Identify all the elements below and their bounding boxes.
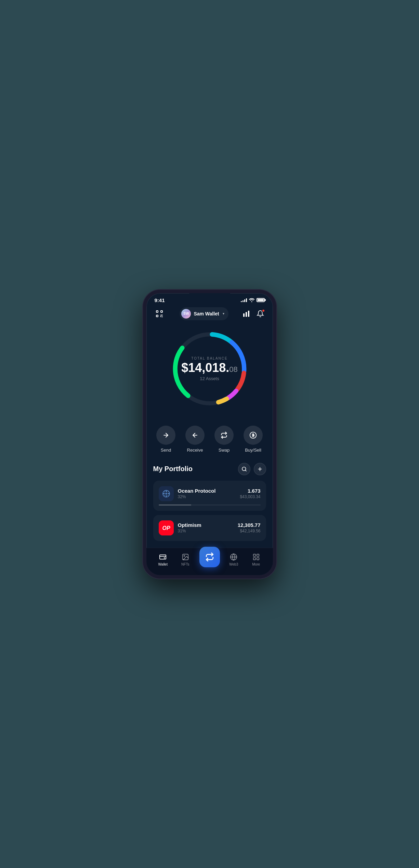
wifi-icon — [249, 298, 254, 302]
nav-nfts[interactable]: NFTs — [174, 553, 197, 566]
balance-inner: TOTAL BALANCE $14,018.08 12 Assets — [181, 357, 238, 381]
action-buttons: Send Receive — [146, 420, 273, 459]
svg-rect-1 — [161, 311, 162, 312]
wallet-selector[interactable]: SW Sam Wallet ▾ — [180, 307, 228, 320]
svg-rect-46 — [257, 554, 259, 556]
nav-web3-label: Web3 — [229, 562, 238, 566]
receive-label: Receive — [187, 448, 203, 453]
header: SW Sam Wallet ▾ — [146, 305, 273, 324]
nfts-nav-icon — [181, 553, 189, 561]
optimism-name: Optimism — [178, 522, 234, 528]
svg-point-42 — [184, 555, 185, 556]
svg-point-31 — [168, 493, 169, 494]
svg-rect-0 — [156, 311, 158, 312]
svg-text:OP: OP — [162, 525, 170, 531]
optimism-amount: 12,305.77 — [238, 522, 261, 528]
svg-rect-7 — [246, 312, 247, 317]
asset-card-ocean[interactable]: Ocean Protocol 32% 1.673 $43,003.34 — [153, 481, 266, 511]
svg-point-35 — [164, 495, 165, 496]
ocean-progress — [159, 505, 261, 505]
signal-icon — [241, 298, 247, 302]
chart-icon[interactable] — [243, 310, 250, 318]
svg-point-29 — [166, 491, 167, 492]
nav-nfts-label: NFTs — [181, 562, 189, 566]
svg-point-34 — [168, 492, 168, 492]
buysell-button[interactable]: Buy/Sell — [240, 426, 266, 453]
chevron-down-icon: ▾ — [223, 312, 224, 315]
balance-label: TOTAL BALANCE — [181, 357, 238, 360]
balance-amount: $14,018.08 — [181, 362, 238, 374]
asset-icon-ocean — [159, 486, 174, 501]
receive-button[interactable]: Receive — [182, 426, 208, 453]
web3-nav-icon — [230, 553, 238, 561]
avatar: SW — [181, 309, 191, 319]
wallet-nav-icon — [159, 553, 167, 561]
ocean-amount: 1.673 — [240, 488, 260, 494]
svg-rect-6 — [243, 313, 245, 317]
swap-button[interactable]: Swap — [211, 426, 237, 453]
nav-web3[interactable]: Web3 — [223, 553, 245, 566]
phone-frame: 9:41 — [143, 290, 276, 579]
scroll-content[interactable]: SW Sam Wallet ▾ — [146, 305, 273, 548]
nav-center[interactable] — [199, 547, 220, 572]
optimism-usd: $42,149.56 — [238, 529, 261, 533]
assets-count: 12 Assets — [181, 376, 238, 381]
svg-point-40 — [164, 557, 165, 558]
svg-rect-39 — [160, 555, 166, 559]
status-time: 9:41 — [155, 297, 165, 303]
ocean-name: Ocean Protocol — [178, 488, 236, 494]
send-label: Send — [161, 448, 171, 453]
svg-rect-8 — [248, 311, 249, 317]
svg-point-33 — [164, 492, 165, 492]
center-action-button[interactable] — [199, 547, 220, 567]
svg-point-32 — [163, 493, 164, 494]
buysell-label: Buy/Sell — [245, 448, 261, 453]
svg-rect-2 — [156, 315, 158, 317]
nav-wallet-label: Wallet — [158, 562, 168, 566]
portfolio-add-button[interactable] — [254, 463, 266, 475]
notch — [189, 293, 230, 303]
ocean-percent: 32% — [178, 494, 236, 499]
svg-rect-45 — [253, 554, 256, 556]
bottom-nav: Wallet NFTs — [146, 548, 273, 575]
svg-rect-48 — [257, 557, 259, 559]
svg-point-36 — [168, 495, 168, 496]
nav-more[interactable]: More — [245, 553, 267, 566]
wallet-name: Sam Wallet — [194, 311, 219, 316]
send-button[interactable]: Send — [153, 426, 179, 453]
nav-wallet[interactable]: Wallet — [152, 553, 174, 566]
scan-icon[interactable] — [153, 308, 166, 320]
portfolio-header: My Portfolio — [153, 463, 266, 475]
portfolio-title: My Portfolio — [153, 465, 193, 473]
notification-dot — [262, 309, 265, 312]
asset-card-optimism[interactable]: OP Optimism 31% 12,305.77 $42,149.56 — [153, 515, 266, 541]
battery-icon — [257, 298, 265, 302]
notification-button[interactable] — [255, 308, 266, 319]
svg-line-21 — [245, 470, 246, 471]
asset-icon-optimism: OP — [159, 520, 174, 535]
ocean-usd: $43,003.34 — [240, 494, 260, 499]
swap-label: Swap — [219, 448, 230, 453]
optimism-percent: 31% — [178, 529, 234, 533]
portfolio-search-button[interactable] — [238, 463, 250, 475]
portfolio-section: My Portfolio — [146, 459, 273, 548]
svg-rect-47 — [253, 557, 256, 559]
more-nav-icon — [252, 553, 260, 561]
svg-point-30 — [166, 495, 167, 496]
donut-chart: TOTAL BALANCE $14,018.08 12 Assets — [169, 328, 251, 410]
nav-more-label: More — [252, 562, 260, 566]
balance-section: TOTAL BALANCE $14,018.08 12 Assets — [146, 324, 273, 420]
status-icons — [241, 298, 265, 302]
